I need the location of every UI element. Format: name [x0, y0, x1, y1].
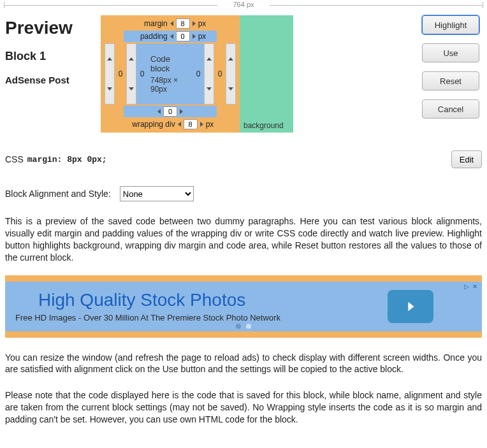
css-row: CSS margin: 8px 0px; Edit	[5, 150, 482, 168]
paragraph-2: You can resize the window (and refresh t…	[5, 352, 482, 376]
padding-label: padding	[134, 32, 168, 41]
padding-bottom-dec-icon[interactable]	[157, 109, 161, 114]
block-heading: Block 1	[5, 50, 101, 63]
arrow-up-icon	[105, 44, 114, 74]
margin-top-inc-icon[interactable]	[193, 21, 196, 26]
arrow-down-icon	[205, 74, 214, 104]
margin-right-spinner[interactable]	[226, 43, 236, 105]
ad-title: High Quality Stock Photos	[38, 290, 388, 310]
margin-bottom-input[interactable]	[184, 119, 198, 129]
arrow-down-icon	[226, 74, 235, 104]
ad-pagination[interactable]	[236, 324, 251, 329]
padding-left-spinner[interactable]	[126, 43, 136, 105]
alignment-select[interactable]: None	[120, 186, 194, 201]
paragraph-1: This is a preview of the saved code betw…	[5, 215, 482, 264]
arrow-down-icon	[105, 74, 114, 104]
ruler-label: 764 px	[233, 1, 254, 8]
padding-right-value: 0	[193, 43, 204, 105]
code-block-label: Code block	[150, 54, 190, 73]
use-button[interactable]: Use	[422, 43, 479, 62]
edit-button[interactable]: Edit	[451, 150, 482, 168]
margin-box: margin px padding px 0	[101, 15, 240, 133]
highlight-button[interactable]: Highlight	[422, 15, 479, 34]
code-block-size: 748px × 90px	[150, 76, 190, 94]
padding-box: Code block 748px × 90px	[148, 43, 193, 105]
box-model-editor: margin px padding px 0	[101, 15, 293, 133]
action-buttons: Highlight Use Reset Cancel	[422, 11, 482, 119]
padding-top-dec-icon[interactable]	[170, 34, 173, 39]
margin-label: margin	[134, 19, 168, 28]
wrapping-label: wrapping div	[127, 120, 175, 129]
padding-top-input[interactable]	[176, 31, 190, 41]
margin-top-dec-icon[interactable]	[170, 21, 173, 26]
margin-left-spinner[interactable]	[105, 43, 115, 105]
padding-bottom-inc-icon[interactable]	[180, 109, 183, 114]
margin-top-input[interactable]	[176, 18, 190, 29]
width-ruler: 764 px	[0, 0, 487, 11]
chevron-right-icon	[403, 300, 418, 314]
arrow-up-icon	[127, 44, 136, 74]
unit-label: px	[198, 19, 207, 28]
ad-close-icon[interactable]: ▷ ✕	[464, 283, 478, 290]
reset-button[interactable]: Reset	[422, 71, 479, 90]
css-label: CSS	[5, 154, 24, 164]
block-name: AdSense Post	[5, 75, 101, 85]
alignment-row: Block Alignment and Style: None	[5, 186, 482, 201]
padding-top-inc-icon[interactable]	[193, 34, 196, 39]
code-box: Code block 748px × 90px	[150, 45, 190, 103]
css-value: margin: 8px 0px;	[27, 155, 107, 164]
titles: Preview Block 1 AdSense Post	[5, 11, 101, 85]
padding-right-spinner[interactable]	[204, 43, 214, 105]
paragraph-3: Please note that the code displayed here…	[5, 389, 482, 426]
preview-heading: Preview	[5, 18, 101, 38]
cancel-button[interactable]: Cancel	[422, 99, 479, 119]
background-label: background	[244, 121, 284, 130]
margin-bottom-inc-icon[interactable]	[200, 122, 203, 127]
ad-cta-button[interactable]	[388, 290, 433, 323]
dot-1[interactable]	[236, 324, 241, 329]
arrow-down-icon	[127, 74, 136, 104]
margin-right-value: 0	[214, 43, 226, 105]
padding-left-value: 0	[136, 43, 148, 105]
margin-left-value: 0	[115, 43, 126, 105]
ad-banner[interactable]: High Quality Stock Photos Free HD Images…	[5, 275, 482, 338]
arrow-up-icon	[226, 44, 235, 74]
background-strip: background	[240, 15, 293, 133]
dot-2[interactable]	[246, 324, 251, 329]
alignment-label: Block Alignment and Style:	[5, 189, 111, 199]
margin-bottom-dec-icon[interactable]	[178, 122, 181, 127]
ad-subtitle: Free HD Images - Over 30 Million At The …	[15, 313, 388, 322]
padding-bottom-input[interactable]	[163, 106, 177, 117]
arrow-up-icon	[205, 44, 214, 74]
